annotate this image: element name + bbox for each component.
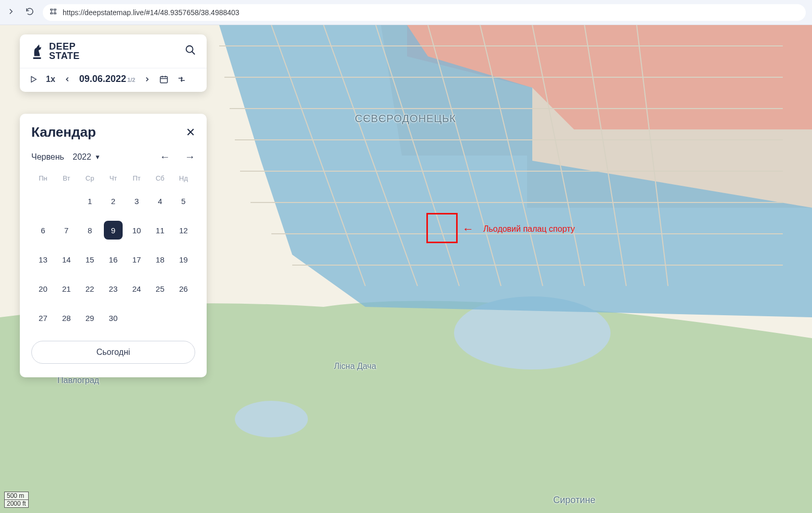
calendar-year: 2022: [73, 152, 91, 162]
map-label-lisna-dacha: Лісна Дача: [334, 362, 376, 371]
calendar-day[interactable]: 3: [125, 186, 148, 216]
calendar-day[interactable]: 4: [148, 186, 172, 216]
svg-rect-3: [54, 13, 56, 14]
search-icon[interactable]: [185, 44, 196, 58]
current-date[interactable]: 09.06.20221/2: [79, 74, 135, 85]
compare-button[interactable]: [177, 75, 186, 84]
map-label-syrotyne: Сиротине: [553, 495, 595, 506]
browser-nav-icons: [6, 7, 34, 18]
brand-line1: DEEP: [49, 42, 80, 51]
month-year-picker[interactable]: Червень 2022 ▼: [31, 152, 101, 162]
calendar-day[interactable]: 18: [148, 245, 172, 274]
weekday-header: Сб: [148, 170, 172, 186]
map-viewport[interactable]: СЄВЄРОДОНЕЦЬК Павлоград Лісна Дача Сирот…: [0, 25, 812, 513]
calendar-day[interactable]: 21: [55, 274, 78, 303]
prev-date-button[interactable]: [64, 76, 71, 83]
today-button[interactable]: Сьогодні: [31, 341, 195, 364]
annotation-square: [426, 213, 458, 243]
calendar-day[interactable]: 7: [55, 216, 78, 245]
playback-speed[interactable]: 1x: [46, 75, 55, 84]
svg-rect-28: [160, 76, 168, 82]
calendar-day[interactable]: 9: [102, 216, 125, 245]
calendar-day[interactable]: 1: [78, 186, 102, 216]
svg-rect-0: [51, 9, 53, 10]
calendar-day[interactable]: 23: [102, 274, 125, 303]
svg-rect-2: [51, 13, 53, 14]
calendar-day[interactable]: 27: [31, 303, 55, 332]
calendar-day[interactable]: 14: [55, 245, 78, 274]
svg-rect-1: [54, 9, 56, 10]
calendar-day[interactable]: 16: [102, 245, 125, 274]
calendar-title: Календар: [31, 124, 96, 140]
prev-month-button[interactable]: ←: [160, 151, 170, 163]
scale-bar: 500 m 2000 ft: [4, 492, 29, 508]
svg-line-26: [192, 52, 195, 55]
calendar-grid: ПнВтСрЧтПтСбНд 1234567891011121314151617…: [31, 170, 195, 332]
forward-icon[interactable]: [6, 7, 16, 18]
chess-knight-icon: [30, 42, 44, 60]
weekday-header: Пт: [125, 170, 148, 186]
caret-down-icon: ▼: [94, 153, 101, 161]
scale-metric: 500 m: [4, 492, 29, 500]
annotation-arrow-icon: ←: [462, 222, 474, 236]
calendar-day[interactable]: 28: [55, 303, 78, 332]
weekday-header: Вт: [55, 170, 78, 186]
calendar-day[interactable]: 11: [148, 216, 172, 245]
site-settings-icon[interactable]: [49, 7, 57, 17]
svg-marker-27: [31, 76, 36, 82]
calendar-button[interactable]: [159, 75, 169, 84]
toolbar-card: DEEP STATE 1x 09.06.20221/2: [20, 34, 207, 92]
brand-line2: STATE: [49, 51, 80, 61]
calendar-day[interactable]: 30: [102, 303, 125, 332]
weekday-header: Ср: [78, 170, 102, 186]
weekday-header: Нд: [172, 170, 195, 186]
play-button[interactable]: [29, 75, 38, 83]
calendar-day[interactable]: 25: [148, 274, 172, 303]
annotation-text: Льодовий палац спорту: [483, 224, 575, 234]
calendar-day[interactable]: 20: [31, 274, 55, 303]
brand-logo[interactable]: DEEP STATE: [30, 42, 80, 61]
calendar-day[interactable]: 19: [172, 245, 195, 274]
calendar-day[interactable]: 12: [172, 216, 195, 245]
calendar-day[interactable]: 10: [125, 216, 148, 245]
url-text: https://deepstatemap.live/#14/48.9357658…: [63, 8, 240, 17]
calendar-month: Червень: [31, 152, 64, 162]
calendar-day[interactable]: 15: [78, 245, 102, 274]
calendar-day[interactable]: 2: [102, 186, 125, 216]
calendar-day[interactable]: 29: [78, 303, 102, 332]
weekday-header: Чт: [102, 170, 125, 186]
browser-bar: https://deepstatemap.live/#14/48.9357658…: [0, 0, 812, 25]
next-month-button[interactable]: →: [185, 151, 195, 163]
calendar-day[interactable]: 17: [125, 245, 148, 274]
calendar-day[interactable]: 8: [78, 216, 102, 245]
svg-point-8: [235, 401, 308, 437]
calendar-day[interactable]: 22: [78, 274, 102, 303]
calendar-day[interactable]: 5: [172, 186, 195, 216]
calendar-day[interactable]: 26: [172, 274, 195, 303]
calendar-day[interactable]: 13: [31, 245, 55, 274]
close-icon[interactable]: ✕: [186, 126, 195, 139]
calendar-panel: Календар ✕ Червень 2022 ▼ ← → ПнВтСрЧтПт…: [20, 114, 207, 377]
url-bar[interactable]: https://deepstatemap.live/#14/48.9357658…: [43, 4, 806, 21]
next-date-button[interactable]: [144, 76, 151, 83]
scale-imperial: 2000 ft: [4, 500, 29, 508]
map-label-city: СЄВЄРОДОНЕЦЬК: [355, 113, 456, 125]
calendar-day[interactable]: 24: [125, 274, 148, 303]
weekday-header: Пн: [31, 170, 55, 186]
svg-point-25: [186, 46, 193, 53]
calendar-day[interactable]: 6: [31, 216, 55, 245]
reload-icon[interactable]: [25, 7, 34, 18]
